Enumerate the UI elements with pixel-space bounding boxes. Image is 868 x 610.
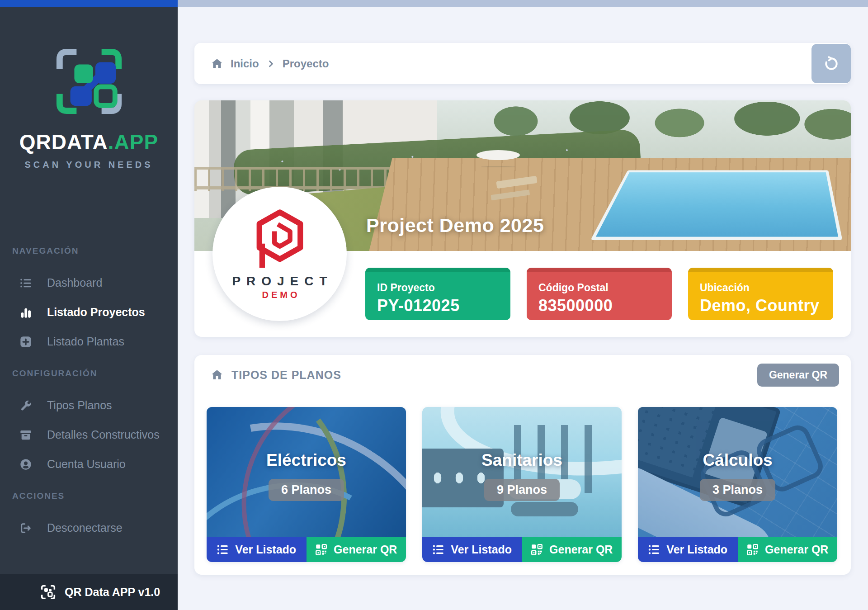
project-logo-word: PROJECT [226, 274, 333, 288]
dashboard-list-icon [19, 277, 33, 289]
sidebar-item-cuenta-usuario[interactable]: Cuenta Usuario [0, 449, 178, 479]
project-demo-logo-icon [250, 208, 310, 268]
plan-title: Sanitarios [481, 451, 562, 470]
sidebar-item-label: Cuenta Usuario [47, 458, 126, 471]
sidebar-item-label: Listado Proyectos [47, 306, 145, 319]
project-info-row: ID Proyecto PY-012025 Código Postal 8350… [365, 268, 833, 320]
sidebar-item-listado-proyectos[interactable]: Listado Proyectos [0, 298, 178, 327]
plan-image-calculos: Cálculos 3 Planos [638, 407, 837, 537]
plan-card-electricos: Eléctricos 6 Planos Ver Listado [207, 407, 406, 562]
nav-section-configuracion: CONFIGURACIÓN [0, 363, 178, 384]
plan-image-electricos: Eléctricos 6 Planos [207, 407, 406, 537]
user-circle-icon [19, 458, 33, 471]
bar-chart-icon [19, 306, 33, 319]
refresh-button[interactable] [811, 44, 851, 83]
plan-title: Cálculos [703, 451, 772, 470]
app-version-label: QR Data APP v1.0 [65, 586, 160, 599]
plan-image-sanitarios: Sanitarios 9 Planos [422, 407, 622, 537]
sidebar-item-dashboard[interactable]: Dashboard [0, 268, 178, 298]
plan-count-badge: 3 Planos [700, 479, 775, 501]
nav-section-acciones: ACCIONES [0, 485, 178, 507]
logout-icon [19, 522, 33, 534]
project-card: Project Demo 2025 PROJECT DEMO ID Proyec… [194, 100, 851, 337]
qr-mark-icon [40, 584, 57, 601]
sidebar-item-tipos-planos[interactable]: Tipos Planos [0, 391, 178, 420]
info-label: Código Postal [538, 282, 660, 294]
sidebar-item-desconectarse[interactable]: Desconectarse [0, 513, 178, 543]
nav-section-navegacion: NAVEGACIÓN [0, 240, 178, 262]
info-value: Demo, Country [700, 296, 821, 315]
main-content: Inicio Proyecto Project Demo [178, 7, 868, 610]
chevron-right-icon [266, 59, 275, 68]
sidebar-item-label: Detalles Constructivos [47, 428, 160, 441]
sidebar-item-label: Listado Plantas [47, 335, 124, 348]
plan-count-badge: 9 Planos [484, 479, 560, 501]
brand-tagline: SCAN YOUR NEEDS [0, 160, 178, 170]
brand-logo: QRDATA.APP SCAN YOUR NEEDS [0, 46, 178, 170]
plans-section: TIPOS DE PLANOS Generar QR Eléctricos 6 … [194, 355, 851, 575]
project-logo-badge: PROJECT DEMO [212, 187, 347, 321]
info-card-id-proyecto: ID Proyecto PY-012025 [365, 268, 510, 320]
ver-listado-button[interactable]: Ver Listado [422, 537, 522, 562]
top-bar-accent [0, 0, 178, 7]
sidebar-item-label: Desconectarse [47, 521, 123, 534]
breadcrumb: Inicio Proyecto [194, 43, 851, 84]
qr-icon [531, 544, 543, 556]
generate-qr-section-button[interactable]: Generar QR [757, 364, 839, 387]
plans-section-title: TIPOS DE PLANOS [231, 369, 341, 382]
sidebar: QRDATA.APP SCAN YOUR NEEDS NAVEGACIÓN Da… [0, 7, 178, 610]
ver-listado-button[interactable]: Ver Listado [638, 537, 738, 562]
info-value: 83500000 [538, 296, 660, 315]
info-card-ubicacion: Ubicación Demo, Country [688, 268, 833, 320]
wrench-icon [19, 399, 33, 412]
breadcrumb-item-proyecto: Proyecto [283, 57, 329, 70]
info-label: ID Proyecto [377, 282, 499, 294]
qr-icon [315, 544, 327, 556]
generar-qr-button[interactable]: Generar QR [522, 537, 622, 562]
plans-header: TIPOS DE PLANOS Generar QR [194, 355, 851, 395]
home-icon [211, 369, 223, 381]
brand-name: QRDATA.APP [0, 130, 178, 154]
sidebar-footer: QR Data APP v1.0 [0, 574, 178, 610]
project-logo-subword: DEMO [259, 290, 300, 300]
list-icon [432, 544, 444, 556]
plan-card-sanitarios: Sanitarios 9 Planos Ver Listado [422, 407, 622, 562]
info-label: Ubicación [700, 282, 821, 294]
plan-count-badge: 6 Planos [269, 479, 344, 501]
info-card-codigo-postal: Código Postal 83500000 [527, 268, 672, 320]
qr-mark-icon [53, 46, 125, 117]
generar-qr-button[interactable]: Generar QR [307, 537, 406, 562]
ver-listado-button[interactable]: Ver Listado [207, 537, 307, 562]
archive-icon [19, 429, 33, 441]
plan-card-calculos: Cálculos 3 Planos Ver Listado [638, 407, 837, 562]
list-icon [648, 544, 660, 556]
project-title: Project Demo 2025 [366, 214, 544, 236]
plans-row: Eléctricos 6 Planos Ver Listado [207, 407, 837, 562]
hero-pool [590, 170, 842, 240]
sidebar-item-detalles-constructivos[interactable]: Detalles Constructivos [0, 420, 178, 449]
refresh-icon [822, 55, 840, 73]
sidebar-item-listado-plantas[interactable]: Listado Plantas [0, 327, 178, 356]
sidebar-item-label: Tipos Planos [47, 399, 112, 412]
breadcrumb-item-inicio[interactable]: Inicio [231, 57, 259, 70]
generar-qr-button[interactable]: Generar QR [738, 537, 838, 562]
sidebar-item-label: Dashboard [47, 276, 102, 289]
info-value: PY-012025 [377, 296, 499, 315]
top-bar [0, 0, 868, 7]
sidebar-nav: NAVEGACIÓN Dashboard Li [0, 240, 178, 543]
qr-icon [746, 544, 759, 556]
plan-title: Eléctricos [266, 451, 346, 470]
list-icon [217, 544, 229, 556]
plus-square-icon [19, 336, 33, 348]
home-icon [211, 57, 223, 70]
hero-parasol [476, 150, 520, 160]
